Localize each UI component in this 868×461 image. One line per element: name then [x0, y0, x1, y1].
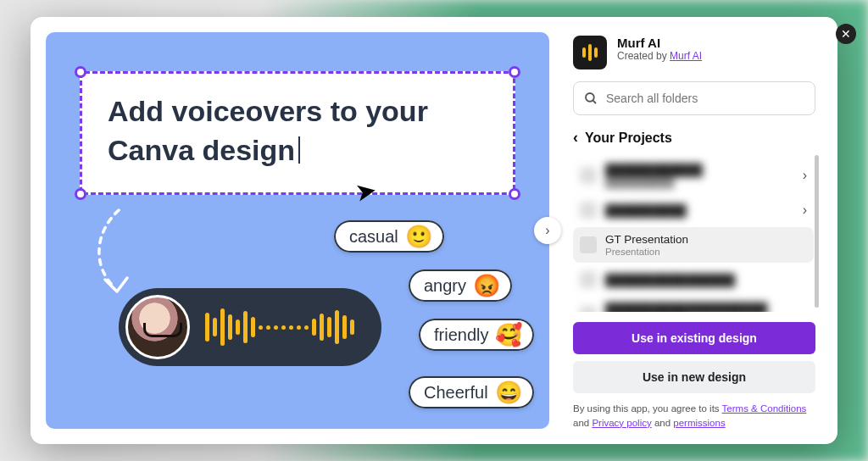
chevron-right-icon: ›: [803, 203, 807, 218]
breadcrumb-title: Your Projects: [585, 131, 672, 146]
tone-tag-angry: angry😡: [409, 269, 512, 302]
search-input[interactable]: [573, 81, 815, 115]
app-modal: Add voiceovers to your Canva design ➤: [31, 17, 837, 444]
search-icon: [583, 91, 598, 109]
project-list[interactable]: ██████████████████████›██████████›GT Pre…: [568, 155, 819, 312]
project-row[interactable]: ████████████████: [573, 265, 814, 294]
svg-point-0: [586, 93, 594, 102]
project-row[interactable]: ████████████████████████████████: [573, 297, 814, 312]
use-new-button[interactable]: Use in new design: [573, 361, 815, 393]
project-thumb: [580, 167, 597, 184]
tone-tag-casual: casual🙂: [334, 220, 444, 253]
app-panel: Murf AI Created by Murf AI ‹ Your Projec…: [565, 17, 837, 444]
project-thumb: [580, 271, 597, 288]
privacy-link[interactable]: Privacy policy: [592, 418, 651, 428]
terms-link[interactable]: Terms & Conditions: [722, 403, 807, 414]
preview-slide: Add voiceovers to your Canva design ➤: [46, 32, 549, 429]
use-existing-button[interactable]: Use in existing design: [573, 322, 815, 354]
waveform-icon: [205, 308, 354, 346]
close-button[interactable]: ✕: [836, 24, 856, 44]
project-thumb: [580, 306, 597, 312]
emoji-icon: 🙂: [405, 225, 432, 247]
project-row[interactable]: ██████████████████████›: [573, 158, 814, 193]
chevron-right-icon: ›: [803, 168, 807, 183]
action-buttons: Use in existing design Use in new design: [573, 322, 815, 393]
legal-text: By using this app, you agree to its Term…: [573, 402, 815, 431]
back-button[interactable]: ‹: [573, 129, 578, 147]
resize-handle: [75, 188, 86, 200]
project-row[interactable]: GT PresentationPresentation: [573, 227, 814, 263]
project-thumb: [580, 236, 597, 253]
voice-pill: [119, 288, 381, 366]
app-subtitle: Created by Murf AI: [617, 50, 702, 62]
project-subtitle: Presentation: [605, 247, 807, 257]
emoji-icon: 😡: [473, 275, 500, 297]
project-title: ████████████████: [605, 274, 807, 286]
app-header: Murf AI Created by Murf AI: [568, 36, 821, 81]
resize-handle: [509, 66, 520, 78]
arrow-doodle: [90, 207, 149, 300]
headline-text: Add voiceovers to your Canva design: [108, 92, 487, 170]
tone-tag-cheerful: Cheerful😄: [409, 376, 534, 408]
project-title: GT Presentation: [605, 233, 807, 246]
breadcrumb: ‹ Your Projects: [568, 124, 821, 155]
project-title: ██████████: [605, 204, 794, 217]
project-row[interactable]: ██████████›: [573, 196, 814, 225]
resize-handle: [509, 188, 520, 200]
creator-link[interactable]: Murf AI: [670, 50, 702, 62]
app-title: Murf AI: [617, 36, 702, 50]
search-field: [573, 81, 815, 115]
svg-line-1: [593, 100, 596, 103]
headline-textbox: Add voiceovers to your Canva design: [80, 71, 515, 195]
tone-tag-friendly: friendly🥰: [419, 319, 534, 351]
app-logo-icon: [573, 36, 607, 69]
project-title: ████████████: [605, 164, 794, 176]
project-subtitle: ██████████: [605, 177, 794, 187]
carousel-next-button[interactable]: ›: [534, 217, 561, 244]
preview-pane: Add voiceovers to your Canva design ➤: [31, 17, 565, 444]
permissions-link[interactable]: permissions: [673, 418, 725, 428]
emoji-icon: 😄: [495, 381, 522, 403]
speaker-avatar: [125, 295, 190, 359]
project-title: ████████████████████: [605, 303, 807, 312]
emoji-icon: 🥰: [495, 324, 522, 346]
project-thumb: [580, 202, 597, 219]
resize-handle: [75, 66, 86, 78]
